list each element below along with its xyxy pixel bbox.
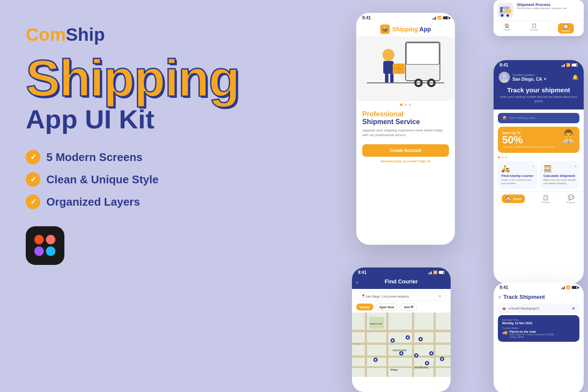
feature-item-1: ✓ 5 Modern Screens xyxy=(26,150,318,164)
back-button[interactable]: ‹ xyxy=(356,280,358,286)
shipment-text: Shipment Process Find out how create shi… xyxy=(517,3,567,10)
svg-rect-2 xyxy=(505,9,511,13)
status-bar-tracking: 9:41 📶 xyxy=(494,283,584,291)
hero-title-appkit: App UI Kit xyxy=(26,106,318,133)
check-icon-1: ✓ xyxy=(26,150,40,164)
left-panel: ComShip Shipping App UI Kit ✓ 5 Modern S… xyxy=(26,26,318,265)
shipment-thumbnail xyxy=(498,3,513,18)
location-pin-icon: 📍 xyxy=(361,294,366,298)
nav-activity[interactable]: 📋 Activity xyxy=(542,194,550,204)
svg-point-13 xyxy=(382,49,394,61)
svg-rect-8 xyxy=(406,43,439,64)
phone-find-courier: 9:41 📶 ‹ Find Courier 📍 San Diego, CA (c… xyxy=(352,267,451,392)
svg-point-21 xyxy=(502,74,506,78)
finder-header: ‹ Find Courier xyxy=(352,276,451,289)
quick-actions: 🛵 › Find nearby courier There is 20+ cou… xyxy=(494,161,584,191)
map-svg: Balboa Park SOUTH PARK Diego GOLDEN HILL xyxy=(352,313,451,377)
notification-bell[interactable]: 🔔 xyxy=(572,74,579,80)
map-area: Balboa Park SOUTH PARK Diego GOLDEN HILL xyxy=(352,313,451,377)
dot-3 xyxy=(409,103,411,106)
svg-rect-29 xyxy=(386,313,388,377)
track-location: San Diego, CA ▼ xyxy=(512,77,572,82)
sc-nav-support[interactable]: 💬 Support xyxy=(558,23,574,33)
figma-icon xyxy=(26,226,64,265)
sort-icon: ⊞ xyxy=(411,305,413,309)
dot-1 xyxy=(400,103,403,106)
figma-dot-pink xyxy=(46,235,55,244)
status-icons: 📶 xyxy=(433,16,449,20)
svg-rect-28 xyxy=(365,313,367,377)
tracking-clear-icon[interactable]: ✕ xyxy=(572,306,575,311)
feature-item-2: ✓ Clean & Unique Style xyxy=(26,172,318,187)
svg-rect-22 xyxy=(501,79,508,83)
svg-point-50 xyxy=(415,355,417,356)
svg-point-47 xyxy=(407,337,409,338)
svg-point-53 xyxy=(426,362,428,364)
tracking-code-bar: 📦 u74uw874hbc8q0ujd73 ✕ xyxy=(498,304,579,313)
dots-indicator xyxy=(356,103,455,106)
check-icon-3: ✓ xyxy=(26,194,40,209)
calculator-icon: 🧮 xyxy=(543,164,552,173)
shipment-card-nav: 🏠 Home 📋 Activity 💬 Support xyxy=(494,21,584,34)
svg-text:RS HILL: RS HILL xyxy=(354,343,361,345)
tracking-back-button[interactable]: ‹ xyxy=(499,293,501,300)
courier-icon: 🛵 xyxy=(501,164,510,173)
dot-2 xyxy=(404,103,407,106)
svg-point-4 xyxy=(506,14,509,17)
nav-support[interactable]: 💬 Support xyxy=(567,194,576,204)
svg-rect-14 xyxy=(383,61,394,74)
status-bar-track: 9:41 📶 xyxy=(494,60,584,68)
app-header: 📦 Shipping App xyxy=(356,21,455,36)
svg-point-48 xyxy=(420,338,421,340)
status-icons-track: 📶 xyxy=(561,63,578,67)
figma-dot-red xyxy=(34,235,44,244)
svg-text:Diego: Diego xyxy=(391,368,398,371)
svg-rect-15 xyxy=(385,74,388,82)
tracking-header: ‹ Track Shipment xyxy=(494,291,584,302)
qa-find-courier[interactable]: 🛵 › Find nearby courier There is 20+ cou… xyxy=(498,161,537,189)
figma-dot-purple xyxy=(34,246,44,256)
onboard-illustration xyxy=(356,36,455,101)
svg-text:SOUTH PARK: SOUTH PARK xyxy=(393,349,407,352)
check-icon-2: ✓ xyxy=(26,172,40,187)
figma-dot-blue xyxy=(46,246,55,256)
svg-rect-1 xyxy=(502,6,509,9)
svg-point-49 xyxy=(400,352,402,354)
package-icon: 📦 xyxy=(502,116,507,120)
create-account-button[interactable]: Create Account xyxy=(362,144,449,157)
phones-area: Shipment Process Find out how create shi… xyxy=(339,0,588,392)
svg-rect-31 xyxy=(433,313,436,377)
svg-point-46 xyxy=(392,340,394,341)
brand-name: ComShip xyxy=(26,26,318,44)
svg-point-54 xyxy=(441,358,443,360)
onboard-title: Professional Shipment Service xyxy=(362,110,449,126)
phone-onboarding: 9:41 📶 📦 Shipping App xyxy=(356,13,455,245)
svg-rect-6 xyxy=(500,9,503,12)
truck-icon: 🚚 xyxy=(502,330,507,335)
home-icon: 🏠 xyxy=(505,196,512,202)
svg-point-3 xyxy=(501,14,503,17)
promo-dots xyxy=(498,156,579,158)
phone-tracking-detail: 9:41 📶 ‹ Track Shipment 📦 u74uw874hbc8q0… xyxy=(494,283,584,392)
sc-nav-home: 🏠 Home xyxy=(503,23,510,33)
svg-text:GOLDEN HILL: GOLDEN HILL xyxy=(414,366,429,369)
brand-ship: Ship xyxy=(66,24,105,45)
clear-icon[interactable]: ✕ xyxy=(438,294,442,298)
brand-com: Com xyxy=(26,24,66,45)
app-logo: 📦 xyxy=(380,24,390,34)
onboard-text: Professional Shipment Service Upgrade yo… xyxy=(356,108,455,144)
tracking-info-card: Estimate Time Monday, 12 Nov 2022 Curren… xyxy=(498,315,579,342)
track-header: Current Location San Diego, CA ▼ 🔔 Track… xyxy=(494,68,584,109)
nav-home-active[interactable]: 🏠 Home xyxy=(502,194,524,203)
phone-track-shipment: 9:41 📶 Current Location San Diego, CA ▼ xyxy=(494,60,584,283)
shipment-process-card: Shipment Process Find out how create shi… xyxy=(494,0,584,36)
qa-calculate[interactable]: 🧮 › Calculate Shipment Make sure you hav… xyxy=(540,161,579,189)
track-input[interactable]: 📦 Enter tracking code xyxy=(498,113,579,123)
hero-title-shipping: Shipping xyxy=(26,52,318,104)
feature-list: ✓ 5 Modern Screens ✓ Clean & Unique Styl… xyxy=(26,150,318,209)
nearby-filter[interactable]: Nearby xyxy=(356,304,373,310)
finder-search-bar[interactable]: 📍 San Diego, CA (current location) ✕ xyxy=(356,292,446,301)
open-now-filter[interactable]: Open Now xyxy=(376,304,398,310)
sort-filter[interactable]: Sort ⊞ xyxy=(400,304,417,310)
bottom-nav-track: 🏠 Home 📋 Activity 💬 Support xyxy=(494,191,584,205)
